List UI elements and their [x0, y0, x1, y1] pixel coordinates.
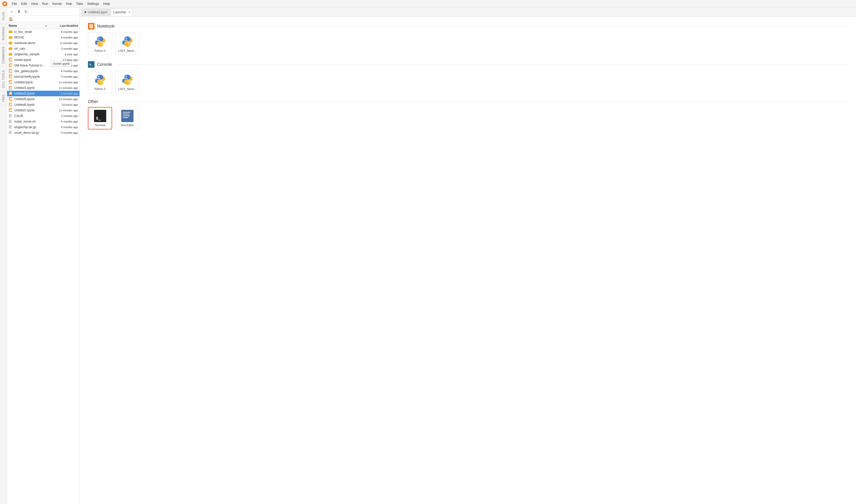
menu-edit[interactable]: Edit [21, 2, 27, 6]
app-logo [2, 1, 7, 7]
card-python3-console[interactable]: Python 3 [88, 71, 112, 93]
home-breadcrumb[interactable]: 🏠 [7, 16, 79, 22]
card-lsst-notebook-label: LSST_Stack... [118, 49, 136, 52]
section-notebook-title: Notebook [88, 23, 848, 30]
card-text-editor-label: Text Editor [121, 124, 134, 127]
file-panel-toolbar: + ⬆ ↻ [7, 8, 79, 16]
tab-close-launcher[interactable]: ✕ [128, 11, 130, 14]
section-divider-other [103, 102, 848, 102]
file-modified: 2 minutes ago [50, 92, 78, 95]
menu-view[interactable]: View [31, 2, 38, 6]
card-lsst-notebook[interactable]: LSST_Stack... [115, 33, 139, 55]
menu-kernel[interactable]: Kernel [52, 2, 62, 6]
file-modified: 11 minutes ago [50, 109, 78, 112]
activity-tabs[interactable]: Tabs [1, 92, 5, 104]
file-item-singlechip-sample[interactable]: singlechip_samplea year ago [7, 52, 79, 57]
file-icon [9, 86, 13, 90]
file-modified: 4 months ago [50, 70, 78, 73]
file-name: MOVIE [14, 36, 50, 39]
sort-icon: ▲ [45, 24, 48, 27]
svg-point-75 [101, 44, 102, 45]
menu-settings[interactable]: Settings [87, 2, 99, 6]
svg-point-36 [10, 88, 10, 88]
file-name: Untitled.ipynb [14, 80, 50, 84]
file-name: singlechip_sample [14, 53, 50, 56]
activity-files[interactable]: Files [1, 10, 5, 22]
file-panel: + ⬆ ↻ 🏠 Name ▲ Last Modified ci_hsc_smal… [7, 8, 80, 504]
file-item-make-movie-sh[interactable]: make_movie.sh4 months ago [7, 119, 79, 124]
menu-help[interactable]: Help [103, 2, 110, 6]
svg-point-20 [10, 65, 10, 66]
activity-celltools[interactable]: Cell Tools [1, 68, 5, 90]
file-item-star-galaxy-ipynb[interactable]: star_galaxy.ipynb4 months ago [7, 68, 79, 74]
file-icon [9, 64, 13, 68]
file-item-untitled5-ipynb[interactable]: Untitled5.ipynb13 minutes ago [7, 96, 79, 102]
section-divider-console [117, 65, 848, 65]
menu-file[interactable]: File [12, 2, 17, 6]
section-other-label: Other [88, 100, 98, 104]
tab-untitled2[interactable]: Untitled2.ipynt [82, 9, 110, 16]
python-console-svg [94, 74, 106, 86]
file-item-singlechip-tar-gz[interactable]: singlechip.tar.gz4 months ago [7, 124, 79, 130]
svg-rect-6 [9, 36, 10, 37]
file-item-untitled2-ipynb[interactable]: Untitled2.ipynb2 minutes ago [7, 91, 79, 96]
file-icon [9, 75, 13, 79]
file-name: small_demo.tar.gz [14, 131, 50, 134]
section-console-title: >_ Console [88, 61, 848, 68]
file-item-ci-hsc-small[interactable]: ci_hsc_small8 months ago [7, 29, 79, 35]
texteditor-line2 [123, 114, 129, 114]
card-lsst-console[interactable]: LSST_Stack... [115, 71, 139, 93]
svg-rect-34 [9, 86, 12, 89]
file-name: CALIB [14, 114, 50, 118]
new-folder-button[interactable]: + [9, 9, 15, 15]
header-name[interactable]: Name [9, 24, 44, 28]
file-name: ref_cats [14, 47, 50, 51]
tab-launcher[interactable]: Launcher ✕ [111, 9, 133, 16]
file-item-calib[interactable]: CALIB3 months ago [7, 113, 79, 119]
file-icon [9, 58, 13, 62]
activity-section-commands: Commands [0, 43, 7, 67]
svg-point-31 [10, 81, 10, 82]
refresh-button[interactable]: ↻ [23, 9, 29, 15]
menu-tabs[interactable]: Tabs [76, 2, 83, 6]
svg-rect-38 [9, 92, 12, 94]
file-modified: 4 months ago [50, 126, 78, 129]
launcher-content: Notebook [80, 17, 856, 504]
texteditor-line1 [123, 112, 130, 113]
app-layout: Files Running Commands Cell Tools Tabs +… [0, 8, 856, 504]
file-item-untitled1-ipynb[interactable]: Untitled1.ipynb11 minutes ago [7, 85, 79, 91]
file-item-untitled7-ipynb[interactable]: Untitled7.ipynb11 minutes ago [7, 108, 79, 113]
card-python3-notebook[interactable]: Python 3 [88, 33, 112, 55]
file-name: Untitled7.ipynb [14, 109, 50, 112]
file-item-tutorial-firefly-ipynb[interactable]: tutorial-firefly.ipynb3 months ago [7, 74, 79, 79]
file-item-untitled-ipynb[interactable]: Untitled.ipynb11 minutes ago [7, 79, 79, 85]
file-item-untitled6-ipynb[interactable]: Untitled6.ipynb19 hours ago [7, 102, 79, 108]
file-item-small-demo-tar-gz[interactable]: small_demo.tar.gz3 months ago [7, 130, 79, 136]
file-modified: 11 minutes ago [50, 81, 78, 84]
menu-hub[interactable]: Hub [66, 2, 72, 6]
file-icon [9, 131, 13, 135]
file-name: tutorial-firefly.ipynb [14, 75, 50, 78]
section-other: Other $_ Terminal [88, 100, 848, 129]
file-item-ref-cats[interactable]: ref_cats3 months ago [7, 46, 79, 52]
upload-button[interactable]: ⬆ [16, 9, 22, 15]
file-name: Untitled6.ipynb [14, 103, 50, 107]
svg-rect-12 [9, 53, 10, 54]
file-modified: 6 minutes ago [50, 41, 78, 44]
file-icon [9, 30, 13, 34]
file-item-notebook-demo[interactable]: notebook-demo6 minutes ago [7, 40, 79, 46]
card-text-editor[interactable]: Text Editor [115, 107, 139, 129]
svg-point-52 [10, 110, 10, 111]
file-item-movie[interactable]: MOVIE4 months ago [7, 35, 79, 40]
file-name: Untitled1.ipynb [14, 86, 50, 90]
file-name: cluster.ipynb [14, 58, 50, 62]
activity-running[interactable]: Running [1, 24, 5, 42]
svg-rect-8 [9, 42, 10, 42]
console-section-icon: >_ [88, 61, 94, 68]
notebook-cards: Python 3 [88, 33, 848, 55]
card-terminal[interactable]: $_ Terminal [88, 107, 112, 129]
file-modified: 8 months ago [50, 30, 78, 33]
activity-commands[interactable]: Commands [1, 44, 5, 66]
svg-point-76 [126, 38, 127, 39]
menu-run[interactable]: Run [42, 2, 48, 6]
